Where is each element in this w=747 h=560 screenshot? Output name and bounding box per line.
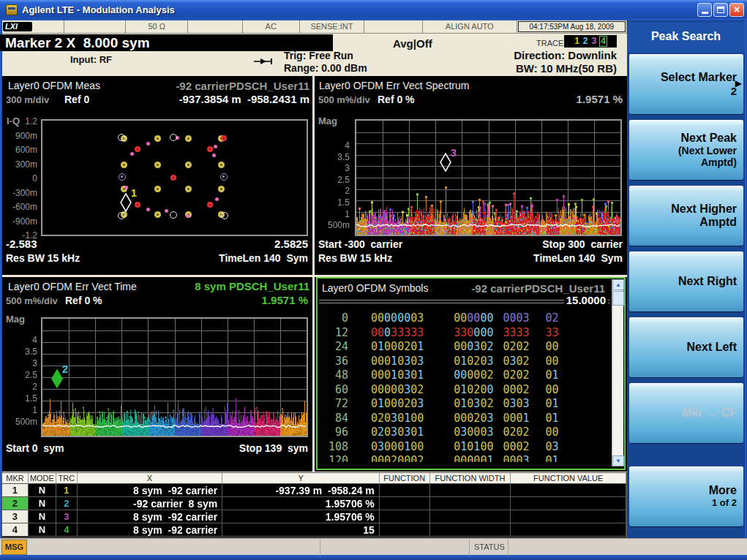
status-cell <box>364 20 423 33</box>
marker-x-cell: 8 sym -92 carrier <box>78 484 223 497</box>
scrollbar-thumb[interactable] <box>612 291 624 306</box>
value-readout: 1.9571 % <box>577 93 623 105</box>
resbw-label: Res BW 15 kHz <box>318 252 392 264</box>
y-tick-label: 600m <box>4 145 37 155</box>
constellation-point <box>146 208 150 211</box>
maximize-icon <box>717 7 724 13</box>
softkey-label: Amptd <box>699 216 737 229</box>
marker-trace-cell: 4 <box>56 523 78 537</box>
scroll-down-icon: ▼ <box>615 458 621 464</box>
symbol-row: 8402030100000203000101 <box>322 412 607 426</box>
application-window: Agilent LTE - Modulation Analysis ✕ LXI5… <box>0 0 747 560</box>
softkey-menu-title: Peak Search <box>627 22 745 53</box>
scale-label: 500 m%/div <box>6 295 58 306</box>
marker-y-cell: 1.95706 % <box>222 497 380 510</box>
trace-select-4[interactable]: 4 <box>599 36 607 47</box>
y-tick-label: 1 <box>4 405 37 415</box>
softkey-next-peak[interactable]: Next Peak(Next LowerAmptd) <box>629 120 743 180</box>
trigger-label: Trig: Free Run <box>284 50 353 61</box>
constellation-point <box>154 186 161 192</box>
maximize-button[interactable] <box>713 3 728 17</box>
marker-label-3: 3 <box>451 148 457 158</box>
trace-select-2[interactable]: 2 <box>582 37 589 46</box>
marker-function-width-cell <box>430 510 511 523</box>
marker-table-header-cell: FUNCTION <box>380 473 430 484</box>
constellation-point <box>130 152 134 156</box>
y-tick-label: 2.5 <box>315 175 350 185</box>
softkey-select-marker[interactable]: Select Marker2▶ <box>629 54 743 114</box>
panel-title: Layer0 OFDM Err Vect Time <box>8 281 137 292</box>
symbol-row: 2401000201000302020200 <box>322 340 607 355</box>
scale-label: 500 m%/div <box>318 94 370 105</box>
constellation-point <box>154 162 161 168</box>
trace-indicator: 1234 <box>564 35 617 48</box>
marker-function-value-cell <box>511 510 626 523</box>
bandwidth-label: BW: 10 MHz(50 RB) <box>516 62 617 75</box>
status-cell <box>64 20 127 33</box>
evm-time-canvas <box>42 319 307 436</box>
softkey-more[interactable]: More1 of 2 <box>629 466 743 526</box>
minimize-icon <box>702 12 708 14</box>
marker-function-value-cell <box>511 497 626 510</box>
y-tick-label: 1 <box>315 209 350 219</box>
marker-function-value-cell <box>511 523 626 537</box>
symbol-scrollbar[interactable]: ▲ ▼ <box>612 279 623 466</box>
y-tick-label: 3 <box>315 163 350 173</box>
constellation-point <box>221 212 228 219</box>
softkey-label: Mkr → CF <box>682 406 737 420</box>
timelen-label: TimeLen 140 Sym <box>219 252 308 264</box>
marker-table-row: 3N38 sym -92 carrier1.95706 % <box>2 510 626 523</box>
marker-label-1: 1 <box>131 188 137 198</box>
trace-select-1[interactable]: 1 <box>574 37 580 46</box>
scroll-down-button[interactable]: ▼ <box>612 455 624 466</box>
msg-tab[interactable]: MSG <box>1 540 27 555</box>
trace-label: TRACE <box>536 39 563 48</box>
stop-label: Stop 300 carrier <box>542 238 623 250</box>
constellation-point <box>118 212 125 219</box>
y-tick-label: 1.5 <box>315 197 350 208</box>
constellation-point <box>212 154 216 157</box>
y-tick-label: 0 <box>4 173 37 183</box>
constellation-point <box>154 211 161 218</box>
marker-table-row: 2N2-92 carrier 8 sym1.95706 % <box>2 497 626 510</box>
constellation-point <box>170 211 177 219</box>
marker-1 <box>120 193 132 212</box>
panel-constellation: Layer0 OFDM Meas -92 carrierPDSCH_User11… <box>2 76 312 275</box>
softkey-mkr-cf[interactable]: Mkr → CF <box>629 383 743 443</box>
symbol-row: 12000020002000001000301 <box>322 454 607 462</box>
scroll-up-button[interactable]: ▲ <box>612 279 624 290</box>
marker-mode-cell: N <box>29 510 56 523</box>
softkey-label: More <box>709 484 737 497</box>
status-label: STATUS <box>474 542 505 551</box>
bottom-status-bar: MSG STATUS <box>0 538 747 555</box>
softkey-next-left[interactable]: Next Left <box>629 317 743 377</box>
trace-select-3[interactable]: 3 <box>591 37 598 46</box>
y-tick-label: 4 <box>315 140 350 151</box>
minimize-button[interactable] <box>697 3 712 17</box>
softkey-next-right[interactable]: Next Right <box>629 251 743 311</box>
constellation-plot: 1 <box>41 119 308 236</box>
marker-table-header-cell: MODE <box>29 473 56 484</box>
softkey-label: (Next Lower <box>678 145 737 156</box>
marker-trace-cell: 1 <box>56 484 78 497</box>
symbol-row: 7201000203010302030301 <box>322 397 607 412</box>
marker-function-value-cell <box>511 484 626 497</box>
softkey-label: Next Right <box>678 275 737 288</box>
main-display: Layer0 OFDM Meas -92 carrierPDSCH_User11… <box>2 76 627 472</box>
status-cell: ALIGN AUTO <box>423 20 517 33</box>
marker-number-cell: 1 <box>2 484 29 497</box>
statusbar-divider <box>469 539 470 556</box>
close-icon: ✕ <box>733 5 740 14</box>
close-button[interactable]: ✕ <box>729 3 744 17</box>
constellation-point <box>135 202 140 208</box>
marker-table-header-cell: FUNCTION WIDTH <box>430 473 511 484</box>
window-border-bottom <box>0 555 747 560</box>
panel-ofdm-symbols: Layer0 OFDM Symbols -92 carrierPDSCH_Use… <box>316 277 626 470</box>
marker-table-header-cell: FUNCTION VALUE <box>511 473 626 484</box>
marker-2 <box>51 369 63 388</box>
input-label: Input: RF <box>70 54 112 65</box>
constellation-point <box>121 162 127 168</box>
marker-number-cell: 2 <box>2 497 29 510</box>
softkey-next-higher[interactable]: Next HigherAmptd <box>629 186 743 246</box>
constellation-point <box>220 173 228 181</box>
